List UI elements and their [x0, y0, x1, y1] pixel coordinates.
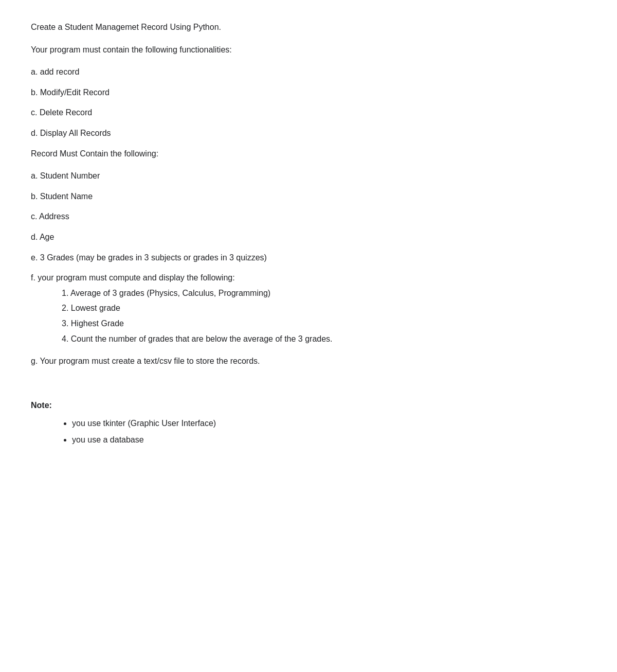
record-item-c: c. Address — [31, 210, 586, 223]
record-item-d: d. Age — [31, 231, 586, 244]
note-item-1: you use tkinter (Graphic User Interface) — [72, 417, 586, 430]
note-label: Note: — [31, 399, 586, 412]
compute-item-4: 4. Count the number of grades that are b… — [62, 332, 586, 346]
func-item-3: c. Delete Record — [31, 106, 586, 119]
note-item-2: you use a database — [72, 433, 586, 447]
record-item-f: f. your program must compute and display… — [31, 271, 586, 285]
record-item-e: e. 3 Grades (may be grades in 3 subjects… — [31, 251, 586, 264]
record-item-b: b. Student Name — [31, 190, 586, 203]
intro-title: Create a Student Managemet Record Using … — [31, 21, 586, 34]
note-section: Note: you use tkinter (Graphic User Inte… — [31, 399, 586, 447]
record-item-g: g. Your program must create a text/csv f… — [31, 355, 586, 368]
compute-item-1: 1. Average of 3 grades (Physics, Calculu… — [62, 287, 586, 300]
func-item-1: a. add record — [31, 65, 586, 79]
record-item-a: a. Student Number — [31, 169, 586, 183]
record-section-title: Record Must Contain the following: — [31, 147, 586, 161]
compute-sub-list: 1. Average of 3 grades (Physics, Calculu… — [31, 287, 586, 345]
record-items-list: a. Student Number b. Student Name c. Add… — [31, 169, 586, 285]
compute-item-2: 2. Lowest grade — [62, 302, 586, 315]
func-item-2: b. Modify/Edit Record — [31, 86, 586, 99]
func-item-4: d. Display All Records — [31, 127, 586, 140]
compute-item-3: 3. Highest Grade — [62, 317, 586, 330]
note-bullet-list: you use tkinter (Graphic User Interface)… — [31, 417, 586, 446]
intro-description: Your program must contain the following … — [31, 43, 586, 57]
functionality-list: a. add record b. Modify/Edit Record c. D… — [31, 65, 586, 139]
